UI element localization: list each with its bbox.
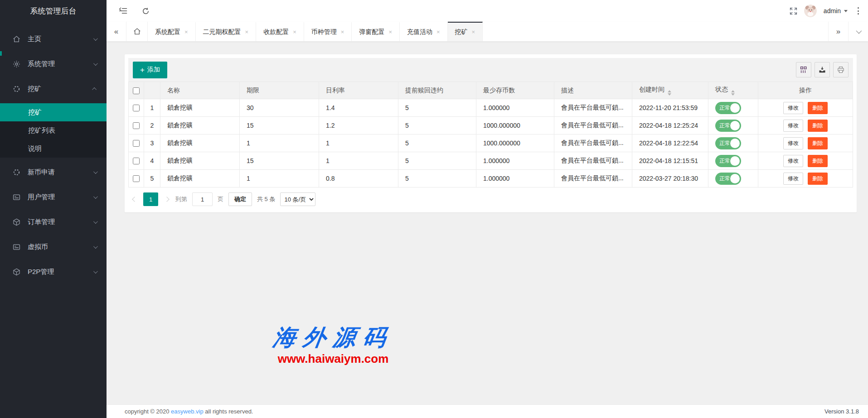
close-icon[interactable]: ×	[472, 29, 475, 35]
sidebar-item-new-coin[interactable]: 新币申请	[0, 162, 107, 183]
column-header-early-penalty: 提前赎回违约	[398, 82, 476, 99]
user-menu[interactable]: admin	[824, 7, 848, 14]
copyright: copyright © 2020 easyweb.vip all rights …	[125, 408, 253, 415]
cell-description: 會員在平台最低可鎖...	[554, 99, 632, 117]
sidebar: 系统管理后台 主页系统管理挖矿挖矿挖矿列表说明新币申请用户管理订单管理虚拟币P2…	[0, 0, 107, 418]
fullscreen-icon[interactable]	[790, 7, 797, 15]
page-size-select[interactable]: 10 条/页	[280, 192, 315, 206]
delete-button[interactable]: 删除	[808, 102, 828, 114]
tab-mining[interactable]: 挖矿×	[448, 22, 483, 41]
export-button[interactable]	[815, 62, 830, 77]
edit-button[interactable]: 修改	[783, 173, 803, 185]
tabs-scroll-left-button[interactable]: «	[107, 22, 126, 41]
toggle-knob	[730, 139, 740, 148]
status-toggle[interactable]: 正常	[715, 137, 741, 149]
cell-status: 正常	[708, 170, 758, 187]
sidebar-toggle-icon[interactable]	[119, 7, 127, 14]
tab-label: 币种管理	[311, 28, 337, 36]
column-filter-button[interactable]	[796, 62, 811, 77]
column-header-created-at[interactable]: 创建时间	[632, 82, 708, 99]
close-icon[interactable]: ×	[293, 29, 296, 35]
sidebar-item-p2p-mgmt[interactable]: P2P管理	[0, 261, 107, 282]
table-head: 名称期限日利率提前赎回违约最少存币数描述创建时间状态操作	[129, 82, 853, 99]
sidebar-subitem-mining[interactable]: 挖矿	[0, 103, 107, 121]
edit-button[interactable]: 修改	[783, 155, 803, 167]
tab-recharge-activity[interactable]: 充值活动×	[400, 22, 448, 41]
tabs-menu-button[interactable]	[848, 22, 868, 41]
sort-icon[interactable]	[731, 90, 735, 96]
edit-button[interactable]: 修改	[783, 102, 803, 114]
sort-icon[interactable]	[668, 90, 671, 96]
close-icon[interactable]: ×	[388, 29, 392, 35]
status-toggle[interactable]: 正常	[715, 173, 741, 185]
edit-button[interactable]: 修改	[783, 120, 803, 132]
goto-page-input[interactable]	[192, 192, 213, 206]
sidebar-item-order-mgmt[interactable]: 订单管理	[0, 211, 107, 232]
tab-popup-config[interactable]: 弹窗配置×	[352, 22, 400, 41]
cell-created-at: 2022-03-27 20:18:30	[632, 170, 708, 187]
cell-daily-rate: 1.4	[319, 99, 398, 117]
easyweb-link[interactable]: easyweb.vip	[171, 408, 204, 415]
cell-status: 正常	[708, 117, 758, 135]
row-checkbox[interactable]	[133, 140, 140, 147]
close-icon[interactable]: ×	[341, 29, 344, 35]
tab-home[interactable]	[126, 22, 148, 41]
content-area: + 添加	[107, 42, 868, 404]
status-toggle[interactable]: 正常	[715, 102, 741, 114]
close-icon[interactable]: ×	[245, 29, 249, 35]
cell-created-at: 2022-04-18 12:25:24	[632, 117, 708, 135]
app-window: 系统管理后台 主页系统管理挖矿挖矿挖矿列表说明新币申请用户管理订单管理虚拟币P2…	[0, 0, 868, 418]
cell-min-deposit: 1.000000	[476, 170, 554, 187]
current-page-button[interactable]: 1	[143, 192, 158, 206]
sidebar-item-home[interactable]: 主页	[0, 29, 107, 49]
row-checkbox[interactable]	[133, 122, 140, 129]
row-checkbox[interactable]	[133, 175, 140, 182]
close-icon[interactable]: ×	[184, 29, 188, 35]
sidebar-scroll-indicator	[0, 51, 2, 56]
column-header-description: 描述	[554, 82, 632, 99]
delete-button[interactable]: 删除	[808, 120, 828, 132]
cell-daily-rate: 0.8	[319, 170, 398, 187]
edit-button[interactable]: 修改	[783, 137, 803, 149]
confirm-page-button[interactable]: 确定	[228, 192, 252, 206]
sidebar-subitem-instructions[interactable]: 说明	[0, 139, 107, 158]
refresh-icon[interactable]	[142, 7, 150, 15]
watermark-title: 海外源码	[218, 322, 448, 353]
tabs-scroll-right-button[interactable]: »	[828, 22, 848, 41]
delete-button[interactable]: 删除	[808, 137, 828, 149]
gear-icon	[12, 60, 20, 68]
delete-button[interactable]: 删除	[808, 155, 828, 167]
sidebar-item-label: 系统管理	[28, 60, 93, 68]
pagination: 1 到第 页 确定 共 5 条 10 条/页	[128, 187, 853, 209]
status-label: 正常	[719, 157, 730, 165]
column-header-status[interactable]: 状态	[708, 82, 758, 99]
tab-payment-config[interactable]: 收款配置×	[256, 22, 304, 41]
add-button[interactable]: + 添加	[133, 62, 167, 78]
select-all-checkbox[interactable]	[133, 87, 140, 94]
status-toggle[interactable]: 正常	[715, 120, 741, 132]
row-checkbox[interactable]	[133, 105, 140, 111]
next-page-button[interactable]	[163, 192, 170, 206]
column-label: 名称	[167, 86, 180, 94]
sidebar-item-system-mgmt[interactable]: 系统管理	[0, 53, 107, 74]
sidebar-item-user-mgmt[interactable]: 用户管理	[0, 187, 107, 207]
row-checkbox[interactable]	[133, 158, 140, 164]
sidebar-item-virtual-coin[interactable]: 虚拟币	[0, 236, 107, 257]
total-count-label: 共 5 条	[257, 195, 275, 203]
cell-index: 1	[144, 99, 160, 117]
close-icon[interactable]: ×	[436, 29, 440, 35]
sidebar-subitem-mining-list[interactable]: 挖矿列表	[0, 121, 107, 139]
tab-system-config[interactable]: 系统配置×	[148, 22, 196, 41]
cell-daily-rate: 1.2	[319, 117, 398, 135]
prev-page-button[interactable]	[131, 192, 138, 206]
more-menu-icon[interactable]	[854, 7, 862, 15]
delete-button[interactable]: 删除	[808, 173, 828, 185]
status-toggle[interactable]: 正常	[715, 155, 741, 167]
main-panel: admin « 系统配置×二元期权配置×收款配置×币种管理×弹窗配置×充值活动×…	[107, 0, 868, 418]
sidebar-item-mining[interactable]: 挖矿	[0, 78, 107, 99]
tab-coin-mgmt[interactable]: 币种管理×	[304, 22, 352, 41]
tab-binary-option-config[interactable]: 二元期权配置×	[196, 22, 257, 41]
print-button[interactable]	[833, 62, 849, 77]
avatar[interactable]	[804, 5, 817, 17]
table-header-row: 名称期限日利率提前赎回违约最少存币数描述创建时间状态操作	[129, 82, 853, 99]
